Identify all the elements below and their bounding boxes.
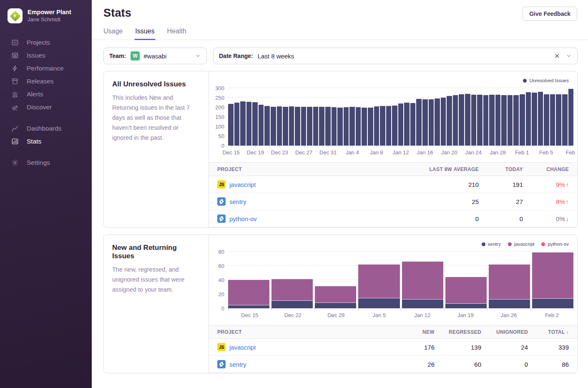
- discover-icon: [11, 103, 19, 111]
- column-header-new: NEW: [385, 329, 435, 335]
- bar: [429, 99, 434, 146]
- value-cell: 191: [479, 181, 523, 188]
- tab-health[interactable]: Health: [167, 28, 186, 40]
- bar: [416, 99, 422, 146]
- sidebar-item-performance[interactable]: Performance: [0, 62, 92, 75]
- x-axis-tick-label: Dec 23: [271, 149, 288, 156]
- bar: [240, 101, 246, 146]
- nav-group: Settings: [0, 156, 92, 169]
- value-cell: 26: [385, 361, 435, 368]
- sort-arrow-icon: ↓: [566, 329, 569, 335]
- table-row: sentry2660086: [209, 356, 577, 373]
- project-link[interactable]: javascript: [229, 344, 256, 351]
- chevron-down-icon: [566, 53, 572, 59]
- team-select[interactable]: Team: W #wasabi: [103, 48, 207, 64]
- chevron-down-icon: [195, 53, 201, 59]
- sidebar-item-releases[interactable]: Releases: [0, 75, 92, 88]
- project-link[interactable]: python-ov: [229, 215, 257, 222]
- bar: [374, 106, 379, 146]
- sidebar-item-dashboards[interactable]: Dashboards: [0, 122, 92, 135]
- new-returning-issues-chart[interactable]: 020406080: [228, 252, 573, 308]
- legend-item-sentry[interactable]: sentry: [482, 242, 501, 247]
- bar-segment-javascript: [358, 265, 400, 298]
- bar: [520, 94, 525, 146]
- panel-title: New and Returning Issues: [112, 244, 200, 260]
- value-cell: 0: [479, 215, 523, 222]
- sidebar-item-projects[interactable]: Projects: [0, 36, 92, 49]
- x-axis-tick: [279, 146, 280, 148]
- give-feedback-button[interactable]: Give Feedback: [523, 7, 577, 21]
- change-cell: 8%↑: [523, 198, 569, 205]
- panel-description: The new, regressed, and unignored issues…: [112, 265, 200, 295]
- project-link[interactable]: javascript: [229, 181, 256, 188]
- x-axis-tick-label: Jan 12: [392, 149, 409, 156]
- python-platform-icon: [217, 360, 226, 368]
- table-row: sentry25278%↑: [209, 193, 577, 210]
- project-cell: JSjavascript: [217, 180, 395, 189]
- column-header-total[interactable]: TOTAL↓: [528, 329, 569, 335]
- legend-item-python-ov[interactable]: python-ov: [541, 242, 569, 247]
- sidebar-item-stats[interactable]: Stats: [0, 135, 92, 148]
- x-axis-tick: [328, 146, 329, 148]
- x-axis-tick: [522, 146, 523, 148]
- x-axis-tick: [255, 146, 256, 148]
- bar: [538, 92, 543, 146]
- project-link[interactable]: sentry: [229, 361, 246, 368]
- legend-item-javascript[interactable]: javascript: [508, 242, 535, 247]
- tab-issues[interactable]: Issues: [135, 28, 154, 40]
- sidebar-item-issues[interactable]: Issues: [0, 49, 92, 62]
- bar: [447, 96, 452, 146]
- date-range-select[interactable]: Date Range: Last 8 weeks: [213, 48, 578, 64]
- bar: [544, 94, 549, 146]
- x-axis-tick: [401, 146, 401, 148]
- clear-date-icon[interactable]: [554, 53, 560, 59]
- x-axis-tick-label: Dec 15: [241, 312, 258, 318]
- x-axis-tick-label: Jan 24: [465, 149, 482, 156]
- bar-segment-javascript: [532, 252, 573, 299]
- project-cell: JSjavascript: [217, 343, 385, 351]
- bar: [289, 106, 294, 146]
- unresolved-issues-chart[interactable]: 050100150200250300: [228, 88, 573, 146]
- stacked-bar: [315, 252, 356, 308]
- y-axis-tick-label: 0: [221, 143, 224, 149]
- sidebar-item-settings[interactable]: Settings: [0, 156, 92, 169]
- value-cell: 86: [528, 361, 569, 368]
- x-axis-tick: [449, 146, 450, 148]
- legend-item-unresolved-issues[interactable]: Unresolved Issues: [523, 78, 569, 83]
- tab-usage[interactable]: Usage: [103, 28, 123, 40]
- bar: [495, 95, 501, 146]
- sidebar-item-alerts[interactable]: Alerts: [0, 88, 92, 101]
- bar: [301, 107, 307, 146]
- x-axis-tick: [487, 308, 487, 310]
- change-cell: 0%↓: [523, 215, 569, 222]
- sidebar-item-discover[interactable]: Discover: [0, 101, 92, 113]
- x-axis-tick-label: Jan 28: [490, 149, 506, 156]
- team-avatar: W: [131, 51, 140, 60]
- panel-description: This includes New and Returning issues i…: [112, 93, 200, 143]
- nav-group: DashboardsStats: [0, 122, 92, 148]
- date-range-label: Date Range:: [219, 53, 253, 59]
- project-link[interactable]: sentry: [229, 198, 246, 205]
- panel-new-returning-issues: New and Returning Issues The new, regres…: [103, 234, 578, 373]
- org-name: Empower Plant: [28, 8, 71, 16]
- trend-down-icon: ↓: [566, 216, 569, 222]
- y-axis-tick-label: 250: [215, 95, 224, 101]
- bar: [513, 95, 519, 146]
- projects-icon: [11, 39, 19, 46]
- value-cell: 27: [479, 198, 523, 205]
- bar: [459, 94, 464, 146]
- bar-segment-sentry: [489, 299, 530, 308]
- bar: [295, 107, 300, 146]
- x-axis-tick: [401, 308, 401, 310]
- trend-up-icon: ↑: [566, 181, 569, 188]
- x-axis-tick: [314, 308, 315, 310]
- panel-info: New and Returning Issues The new, regres…: [104, 235, 209, 373]
- x-axis-tick: [570, 146, 571, 148]
- legend-dot-icon: [482, 242, 485, 246]
- y-axis-tick-label: 150: [215, 114, 224, 120]
- sidebar-item-label: Alerts: [27, 91, 43, 98]
- x-axis-tick-label: Jan 19: [457, 312, 474, 318]
- bar-segment-sentry: [445, 303, 487, 308]
- org-switcher[interactable]: Empower Plant Jane Schmidt: [0, 0, 92, 33]
- x-axis-tick: [352, 146, 353, 148]
